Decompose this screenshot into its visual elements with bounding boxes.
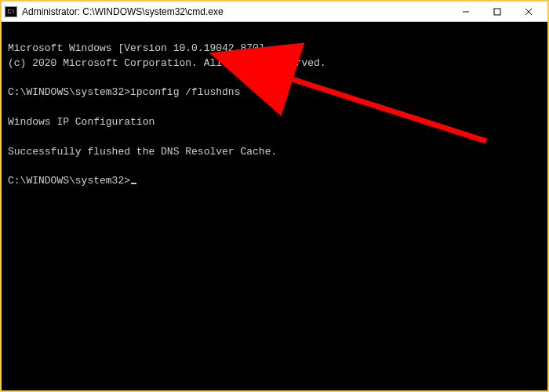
minimize-icon xyxy=(462,8,470,16)
close-button[interactable] xyxy=(513,2,544,21)
svg-rect-1 xyxy=(494,9,500,15)
blank-line xyxy=(8,101,14,113)
close-icon xyxy=(525,8,533,16)
prompt: C:\WINDOWS\system32> xyxy=(8,86,130,98)
cmd-icon: C:\ xyxy=(5,6,17,17)
config-heading: Windows IP Configuration xyxy=(8,116,155,128)
window-title: Administrator: C:\WINDOWS\system32\cmd.e… xyxy=(22,6,450,17)
command-text: ipconfig /flushdns xyxy=(130,86,240,98)
cmd-window: C:\ Administrator: C:\WINDOWS\system32\c… xyxy=(0,0,549,392)
result-line: Successfully flushed the DNS Resolver Ca… xyxy=(8,146,277,158)
blank-line xyxy=(8,131,14,143)
blank-line xyxy=(8,72,14,84)
titlebar[interactable]: C:\ Administrator: C:\WINDOWS\system32\c… xyxy=(2,2,547,22)
copyright-line: (c) 2020 Microsoft Corporation. All righ… xyxy=(8,57,326,69)
window-controls xyxy=(450,2,544,21)
maximize-icon xyxy=(493,8,501,16)
cursor xyxy=(131,183,136,184)
version-line: Microsoft Windows [Version 10.0.19042.87… xyxy=(8,42,265,54)
console-area[interactable]: Microsoft Windows [Version 10.0.19042.87… xyxy=(2,22,547,194)
prompt: C:\WINDOWS\system32> xyxy=(8,175,130,187)
minimize-button[interactable] xyxy=(450,2,482,21)
blank-line xyxy=(8,161,14,172)
maximize-button[interactable] xyxy=(482,2,513,21)
